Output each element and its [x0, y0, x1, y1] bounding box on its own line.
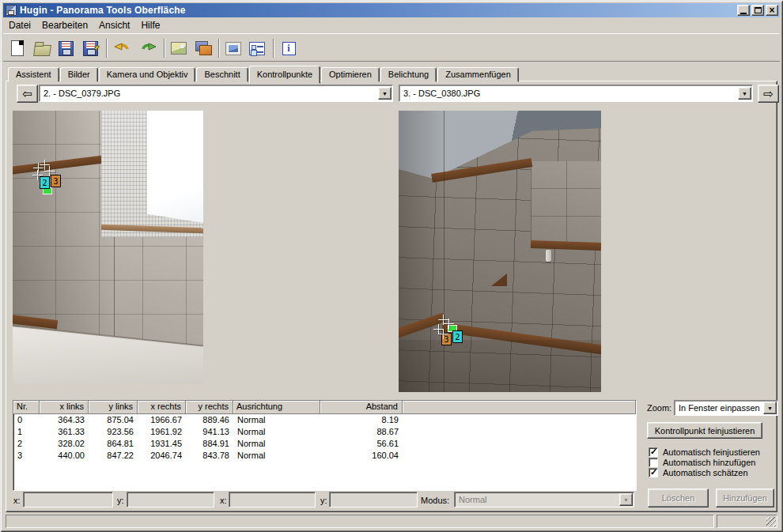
menu-datei[interactable]: Datei: [3, 18, 36, 32]
checkbox-automatisch-hinzufuegen[interactable]: [649, 458, 658, 467]
control-point-crosshair[interactable]: [444, 319, 454, 329]
redo-button[interactable]: [138, 38, 158, 58]
save-as-button[interactable]: [80, 38, 100, 58]
kontrollpunkte-panel: ⇦ 2. - DSC_0379.JPG ▼ 3. - DSC_0380.JPG …: [6, 81, 777, 512]
x-left-input[interactable]: [23, 492, 113, 507]
open-button[interactable]: [32, 38, 52, 58]
left-image-canvas[interactable]: 2 3: [13, 111, 203, 384]
control-point-table[interactable]: Nr.x linksy linksx rechtsy rechtsAusrich…: [13, 400, 637, 491]
column-header[interactable]: Abstand: [320, 401, 403, 414]
control-point-list-button[interactable]: [247, 38, 267, 58]
table-row[interactable]: 1361.33923.561961.92941.13Normal88.67: [13, 426, 636, 438]
window-title: Hugin - Panorama Tools Oberfläche: [20, 5, 186, 16]
previous-image-pair-button[interactable]: ⇦: [17, 85, 38, 103]
preview-button[interactable]: [223, 38, 244, 58]
menu-bar: Datei Bearbeiten Ansicht Hilfe: [3, 18, 780, 32]
tab-bilder[interactable]: Bilder: [60, 67, 98, 82]
minimize-button[interactable]: [737, 5, 750, 16]
control-point-marker-3[interactable]: 3: [51, 175, 61, 187]
checkbox-row-hinzufuegen[interactable]: Automatisch hinzufügen: [649, 458, 755, 467]
y-left-label: y:: [117, 496, 124, 505]
checkbox-label: Automatisch schätzen: [663, 468, 748, 477]
right-image-select[interactable]: 3. - DSC_0380.JPG ▼: [399, 85, 753, 102]
y-right-input[interactable]: [329, 492, 418, 507]
add-image-button[interactable]: [168, 38, 189, 58]
column-header[interactable]: Ausrichtung: [233, 401, 320, 414]
modus-select[interactable]: Normal ▼: [454, 492, 634, 507]
right-image-canvas[interactable]: 3 2: [399, 111, 601, 392]
app-window: Hugin - Panorama Tools Oberfläche × Date…: [0, 0, 783, 532]
control-point-crosshair[interactable]: [44, 166, 55, 176]
table-row[interactable]: 3440.00847.222046.74843.78Normal160.04: [13, 450, 636, 462]
dropdown-arrow-icon[interactable]: ▼: [738, 87, 751, 100]
dropdown-arrow-icon[interactable]: ▼: [763, 402, 777, 414]
menu-ansicht[interactable]: Ansicht: [93, 18, 135, 32]
table-cell: 440.00: [40, 450, 89, 462]
tile-border-stripe: [531, 240, 601, 251]
zoom-select[interactable]: In Fenster einpassen ▼: [674, 400, 778, 416]
next-image-pair-button[interactable]: ⇨: [758, 85, 779, 103]
tab-optimieren[interactable]: Optimieren: [321, 67, 380, 82]
table-cell: 1: [13, 426, 40, 438]
column-header[interactable]: x rechts: [138, 401, 186, 414]
undo-button[interactable]: [112, 38, 133, 58]
column-header[interactable]: Nr.: [13, 401, 40, 414]
menu-bearbeiten[interactable]: Bearbeiten: [36, 18, 93, 32]
toolbar: i: [3, 33, 780, 62]
tab-zusammenfuegen[interactable]: Zusammenfügen: [437, 67, 519, 82]
table-cell: 1966.67: [138, 414, 186, 426]
save-button[interactable]: [55, 38, 76, 58]
checkbox-row-schaetzen[interactable]: Automatisch schätzen: [649, 468, 748, 477]
checkbox-automatisch-schaetzen[interactable]: [649, 468, 658, 477]
new-file-button[interactable]: [7, 38, 28, 58]
column-header[interactable]: x links: [40, 401, 89, 414]
close-button[interactable]: ×: [766, 5, 778, 16]
fine-tune-button[interactable]: Kontrollpunkt feinjustieren: [647, 422, 762, 439]
maximize-icon: [755, 7, 762, 13]
control-point-crosshair[interactable]: [32, 170, 43, 180]
tab-beschnitt[interactable]: Beschnitt: [196, 67, 248, 82]
dropdown-arrow-icon: ▼: [619, 493, 633, 506]
control-point-crosshair[interactable]: [438, 329, 448, 339]
add-button[interactable]: Hinzufügen: [716, 489, 774, 507]
toolbar-separator: [164, 39, 165, 58]
table-cell: 884.91: [186, 438, 233, 450]
table-cell: 1961.92: [138, 426, 186, 438]
checkbox-automatisch-feinjustieren[interactable]: [649, 447, 658, 457]
left-image-select[interactable]: 2. - DSC_0379.JPG ▼: [39, 85, 393, 102]
x-right-input[interactable]: [229, 492, 316, 507]
table-row[interactable]: 2328.02864.811931.45884.91Normal56.61: [13, 438, 636, 450]
tab-assistent[interactable]: Assistent: [8, 67, 59, 82]
tab-kontrollpunkte[interactable]: Kontrollpunkte: [249, 66, 320, 84]
maximize-button[interactable]: [751, 5, 764, 16]
menu-hilfe[interactable]: Hilfe: [135, 18, 165, 32]
table-cell: 941.13: [186, 426, 233, 438]
column-header[interactable]: y rechts: [186, 401, 233, 414]
right-arrow-icon: ⇨: [763, 88, 774, 100]
table-cell: Normal: [233, 426, 320, 438]
table-row[interactable]: 0364.33875.041966.67889.46Normal8.19: [13, 414, 636, 426]
toolbar-separator: [106, 39, 108, 58]
tab-kamera-und-objektiv[interactable]: Kamera und Objektiv: [99, 67, 196, 82]
table-cell: 1931.45: [138, 438, 186, 450]
dropdown-arrow-icon[interactable]: ▼: [378, 87, 392, 100]
modus-label: Modus:: [421, 496, 449, 505]
table-cell: 864.81: [89, 438, 138, 450]
column-header-filler: [403, 401, 636, 414]
info-button[interactable]: i: [278, 38, 299, 58]
delete-button[interactable]: Löschen: [648, 489, 709, 507]
table-cell: 843.78: [186, 450, 233, 462]
status-bar: [6, 515, 714, 528]
control-point-marker-2[interactable]: 2: [452, 330, 463, 343]
table-cell: 889.46: [186, 414, 233, 426]
tab-belichtung[interactable]: Belichtung: [380, 67, 437, 82]
resize-grip[interactable]: [766, 517, 776, 526]
table-cell: 8.19: [320, 414, 403, 426]
checkbox-label: Automatisch feinjustieren: [663, 447, 760, 457]
app-icon: [6, 5, 17, 16]
add-image-series-button[interactable]: [193, 38, 214, 58]
column-header[interactable]: y links: [89, 401, 138, 414]
checkbox-row-feinjustieren[interactable]: Automatisch feinjustieren: [649, 447, 760, 457]
y-left-input[interactable]: [127, 492, 214, 507]
pipe-valve: [546, 250, 551, 262]
